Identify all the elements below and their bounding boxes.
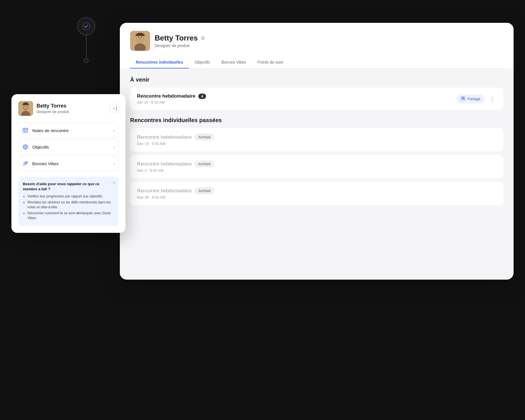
section-title-upcoming: À venir xyxy=(130,76,503,83)
meeting-date-past-3: Nov 29 · 9:30 AM xyxy=(137,195,214,199)
menu-item-objectifs[interactable]: Objectifs › xyxy=(18,139,119,155)
svg-point-7 xyxy=(27,105,27,106)
sparkles-icon xyxy=(22,160,29,167)
meeting-title-1: Rencontre hebdomadaire xyxy=(137,93,195,99)
tab-points-suivi[interactable]: Points de suivi xyxy=(252,56,289,68)
section-title-past: Rencontres individuelles passées xyxy=(130,117,503,124)
menu-item-bonnes-vibes-left: Bonnes Vibes xyxy=(22,160,58,167)
meeting-badge-count-1: 4 xyxy=(198,94,206,99)
shared-label: Partagé xyxy=(467,97,480,101)
menu-item-objectifs-label: Objectifs xyxy=(32,145,49,150)
tab-objectifs[interactable]: Objectifs xyxy=(189,56,216,68)
meeting-date-past-1: Dec 19 · 9:30 AM xyxy=(137,142,214,146)
meeting-card-past-2[interactable]: Rencontre hebdomadaire Archivé Dec 5 · 9… xyxy=(130,155,503,178)
info-box: Besoin d'aide pour vous rappeler ce que … xyxy=(18,177,119,226)
node-dot xyxy=(84,58,89,63)
node-decoration xyxy=(77,17,95,63)
navigate-arrow-button[interactable]: →| xyxy=(110,104,119,113)
svg-point-0 xyxy=(82,23,90,30)
info-box-list: Vérifiez leur progression par rapport au… xyxy=(23,194,114,220)
info-box-bullet-3: Découvrez comment ils se sont démarqués … xyxy=(27,211,114,221)
menu-item-bonnes-vibes[interactable]: Bonnes Vibes › xyxy=(18,156,119,171)
meeting-title-row-past-1: Rencontre hebdomadaire Archivé xyxy=(137,134,214,140)
check-node xyxy=(77,17,95,35)
meeting-card-upcoming-1[interactable]: Rencontre hebdomadaire 4 Jan 16 · 9:30 A… xyxy=(130,88,503,110)
section-divider-past: Rencontres individuelles passées xyxy=(130,117,503,124)
menu-item-objectifs-left: Objectifs xyxy=(22,144,49,150)
meeting-card-upcoming-1-left: Rencontre hebdomadaire 4 Jan 16 · 9:30 A… xyxy=(137,93,206,104)
left-card-user-name: Betty Torres xyxy=(37,103,69,109)
meeting-card-past-1-left: Rencontre hebdomadaire Archivé Dec 19 · … xyxy=(137,134,214,146)
meeting-title-past-3: Rencontre hebdomadaire xyxy=(137,188,192,194)
meeting-card-past-2-left: Rencontre hebdomadaire Archivé Dec 5 · 9… xyxy=(137,161,214,173)
profile-row: Betty Torres ⚙ Designer de produit xyxy=(130,31,503,51)
svg-rect-8 xyxy=(23,128,28,132)
meeting-title-past-2: Rencontre hebdomadaire xyxy=(137,161,192,167)
meeting-card-past-3[interactable]: Rencontre hebdomadaire Archivé Nov 29 · … xyxy=(130,182,503,205)
info-box-bullet-2: Revisitez les victoires ou les défis men… xyxy=(27,200,114,210)
profile-name: Betty Torres xyxy=(155,34,198,43)
left-profile-card: Betty Torres Designer de produit →| Note… xyxy=(11,94,126,233)
node-connector-line xyxy=(86,35,87,58)
menu-item-objectifs-chevron: › xyxy=(114,145,115,149)
tabs-row: Rencontres individuelles Objectifs Bonne… xyxy=(130,56,503,68)
shared-users-icon xyxy=(461,96,466,102)
svg-point-6 xyxy=(24,105,25,106)
menu-item-notes[interactable]: Notes de rencontre › xyxy=(18,123,119,138)
left-card-menu: Notes de rencontre › Objectifs › xyxy=(18,123,119,171)
tab-bonnes-vibes[interactable]: Bonnes Vibes xyxy=(216,56,252,68)
meeting-badge-archived-1: Archivé xyxy=(195,134,214,140)
profile-role: Designer de produit xyxy=(155,43,503,48)
left-card-header: Betty Torres Designer de produit →| xyxy=(18,101,119,116)
settings-gear-icon[interactable]: ⚙ xyxy=(201,35,205,41)
avatar-large xyxy=(130,31,150,51)
left-card-user-role: Designer de produit xyxy=(37,110,69,114)
info-box-close-button[interactable]: × xyxy=(113,180,115,185)
svg-point-11 xyxy=(25,146,26,148)
meeting-date-past-2: Dec 5 · 9:30 AM xyxy=(137,168,214,173)
meeting-date-1: Jan 16 · 9:30 AM xyxy=(137,100,206,104)
main-profile-card: Betty Torres ⚙ Designer de produit Renco… xyxy=(120,23,514,280)
menu-item-bonnes-vibes-chevron: › xyxy=(114,161,115,166)
main-card-header: Betty Torres ⚙ Designer de produit Renco… xyxy=(120,23,514,68)
meeting-card-upcoming-1-right: Partagé ⋮ xyxy=(457,94,496,104)
svg-point-19 xyxy=(464,97,465,98)
menu-item-notes-label: Notes de rencontre xyxy=(32,128,69,133)
left-card-user: Betty Torres Designer de produit xyxy=(18,101,69,116)
profile-name-row: Betty Torres ⚙ xyxy=(155,34,503,43)
meeting-badge-archived-2: Archivé xyxy=(195,161,214,167)
meeting-card-past-3-left: Rencontre hebdomadaire Archivé Nov 29 · … xyxy=(137,187,214,199)
meeting-badge-archived-3: Archivé xyxy=(195,187,214,194)
meeting-card-past-1[interactable]: Rencontre hebdomadaire Archivé Dec 19 · … xyxy=(130,128,503,152)
info-box-title: Besoin d'aide pour vous rappeler ce que … xyxy=(23,181,114,192)
calendar-notes-icon xyxy=(22,127,29,134)
meeting-title-row-1: Rencontre hebdomadaire 4 xyxy=(137,93,206,99)
avatar-small xyxy=(18,101,33,116)
left-card-user-info: Betty Torres Designer de produit xyxy=(37,103,69,114)
main-card-body: À venir Rencontre hebdomadaire 4 Jan 16 … xyxy=(120,68,514,217)
info-box-bullet-1: Vérifiez leur progression par rapport au… xyxy=(27,194,114,199)
svg-point-16 xyxy=(141,37,142,38)
menu-item-notes-left: Notes de rencontre xyxy=(22,127,69,134)
meeting-title-row-past-3: Rencontre hebdomadaire Archivé xyxy=(137,187,214,194)
shared-badge: Partagé xyxy=(457,94,484,104)
meeting-title-row-past-2: Rencontre hebdomadaire Archivé xyxy=(137,161,214,167)
meeting-title-past-1: Rencontre hebdomadaire xyxy=(137,134,192,140)
more-options-button[interactable]: ⋮ xyxy=(488,95,496,103)
menu-item-notes-chevron: › xyxy=(114,128,115,133)
svg-point-15 xyxy=(138,37,139,38)
profile-info: Betty Torres ⚙ Designer de produit xyxy=(155,34,503,48)
tab-rencontres[interactable]: Rencontres individuelles xyxy=(130,56,189,68)
menu-item-bonnes-vibes-label: Bonnes Vibes xyxy=(32,161,58,166)
target-icon xyxy=(22,144,29,150)
svg-point-18 xyxy=(462,97,463,98)
